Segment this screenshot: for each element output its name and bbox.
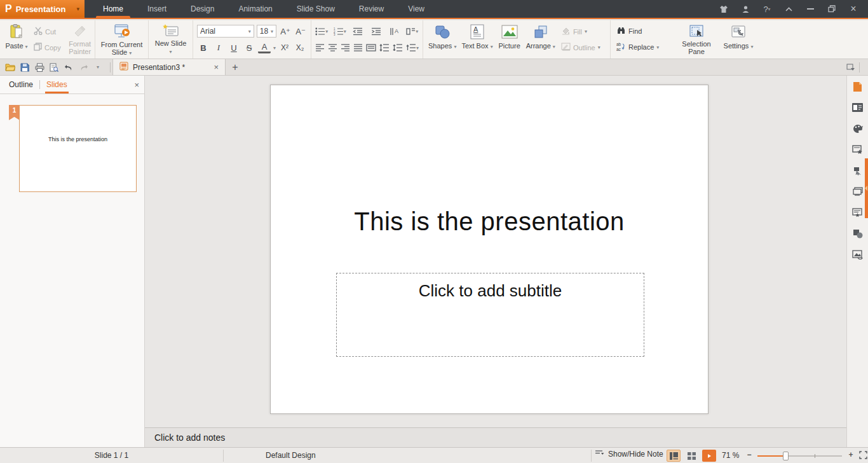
save-icon[interactable] [18,61,31,74]
from-current-slide-button[interactable]: From Current Slide ▾ [98,22,146,57]
effect-settings-icon[interactable] [852,144,864,155]
paste-button[interactable]: Paste ▾ [3,22,31,57]
zoom-slider[interactable] [757,455,842,457]
new-file-icon[interactable] [852,81,864,92]
numbering-button[interactable]: 123▾ [334,25,347,38]
open-icon[interactable] [4,61,17,74]
fit-screen-button[interactable] [859,451,867,461]
svg-text:3: 3 [334,33,336,36]
tab-review[interactable]: Review [347,0,396,18]
justify-button[interactable] [353,42,363,54]
copy-icon [34,43,42,52]
image-tools-icon[interactable] [852,249,864,260]
tab-insert[interactable]: Insert [135,0,179,18]
align-left-button[interactable] [315,42,325,54]
close-tab-icon[interactable]: × [214,62,219,72]
selection-pane-button[interactable]: Selection Pane [674,22,719,57]
redo-icon[interactable] [77,61,90,74]
show-hide-note-button[interactable]: Show/Hide Note [595,450,663,459]
decrease-indent-button[interactable] [351,25,365,38]
task-pane-handle[interactable] [865,158,868,218]
increase-line-spacing-button[interactable] [379,42,390,54]
notes-pane[interactable]: Click to add notes [145,427,846,447]
slideshow-settings-icon[interactable] [852,207,864,218]
picture-button[interactable]: Picture [496,22,524,57]
decrease-line-spacing-button[interactable] [393,42,403,54]
slide-title[interactable]: This is the presentation [271,207,708,236]
align-center-button[interactable] [328,42,337,54]
slideshow-button[interactable] [702,450,716,462]
undo-redo-dropdown[interactable]: ▾ [92,61,104,74]
superscript-button[interactable]: X² [278,42,291,54]
increase-indent-button[interactable] [370,25,383,38]
slide-thumbnail[interactable]: This is the presentation [19,105,137,192]
bullets-button[interactable]: ▾ [315,25,329,38]
divider [110,62,111,73]
font-color-button[interactable]: A [258,43,271,53]
text-direction-button[interactable]: A [388,25,401,38]
settings-button[interactable]: Settings ▾ [719,22,758,57]
text-align-options-button[interactable]: ▾ [406,25,419,38]
close-panel-icon[interactable]: × [134,80,139,90]
chevron-down-icon[interactable]: ▾ [273,45,276,51]
font-name-select[interactable]: Arial▾ [197,25,254,38]
tab-slide-show[interactable]: Slide Show [285,0,347,18]
shapes-pane-icon[interactable] [852,228,864,239]
print-preview-icon[interactable] [48,61,60,74]
tab-home[interactable]: Home [91,0,135,18]
bold-button[interactable]: B [197,42,210,54]
chevron-down-icon: ▾ [768,6,771,12]
notes-placeholder: Click to add notes [145,432,225,443]
help-icon[interactable]: ?▾ [757,1,776,17]
font-size-select[interactable]: 18▾ [257,25,276,38]
task-pane-sidebar [846,76,868,447]
account-icon[interactable] [736,1,755,17]
distribute-text-button[interactable] [366,42,376,54]
strikethrough-button[interactable]: S [243,42,255,54]
tab-design[interactable]: Design [179,0,226,18]
tab-animation[interactable]: Animation [226,0,284,18]
document-tab[interactable]: Presentation3 * × [112,59,226,75]
shapes-button[interactable]: Shapes ▾ [426,22,459,57]
slides-stack-icon[interactable] [852,186,864,197]
transition-icon[interactable] [852,165,864,176]
increase-font-button[interactable]: A⁺ [279,25,292,38]
ribbon: Paste ▾ Cut Copy Format Painter Fro [0,20,868,59]
find-button[interactable]: Find [614,25,673,38]
minimize-icon[interactable] [801,1,820,17]
app-menu-button[interactable]: P Presentation ▾ [0,0,85,18]
skin-icon[interactable] [714,1,733,17]
tab-outline[interactable]: Outline [5,76,37,93]
slide-sorter-button[interactable] [684,450,698,462]
slide-canvas[interactable]: This is the presentation Click to add su… [270,85,709,414]
restore-icon[interactable] [822,1,841,17]
decrease-font-button[interactable]: A⁻ [294,25,307,38]
undo-icon[interactable] [62,61,75,74]
zoom-in-button[interactable]: + [847,450,855,459]
subtitle-placeholder-box[interactable]: Click to add subtitle [336,273,644,357]
replace-button[interactable]: abac Replace▾ [614,41,673,53]
italic-button[interactable]: I [212,42,225,54]
new-slide-button[interactable]: New Slide ▾ [151,22,190,57]
tab-list-icon[interactable] [844,61,857,74]
collapse-ribbon-icon[interactable] [779,1,798,17]
close-icon[interactable]: × [844,1,863,17]
print-icon[interactable] [33,61,46,74]
chevron-down-icon: ▾ [598,45,600,50]
tab-slides[interactable]: Slides [43,76,71,93]
tab-view[interactable]: View [396,0,437,18]
arrange-button[interactable]: Arrange ▾ [524,22,558,57]
text-box-button[interactable]: A Text Box ▾ [459,22,495,57]
underline-button[interactable]: U [227,42,240,54]
chevron-down-icon: ▾ [344,29,346,34]
zoom-slider-handle[interactable] [783,452,789,460]
line-spacing-button[interactable]: ▾ [406,42,419,54]
zoom-out-button[interactable]: − [745,450,753,459]
design-palette-icon[interactable] [852,123,864,134]
subscript-button[interactable]: X₂ [294,42,306,54]
new-tab-button[interactable]: + [226,59,245,75]
normal-view-button[interactable] [667,450,681,462]
paragraph-group: ▾ 123▾ A ▾ ▾ [311,20,423,59]
slide-layout-icon[interactable] [852,102,864,113]
align-right-button[interactable] [341,42,350,54]
